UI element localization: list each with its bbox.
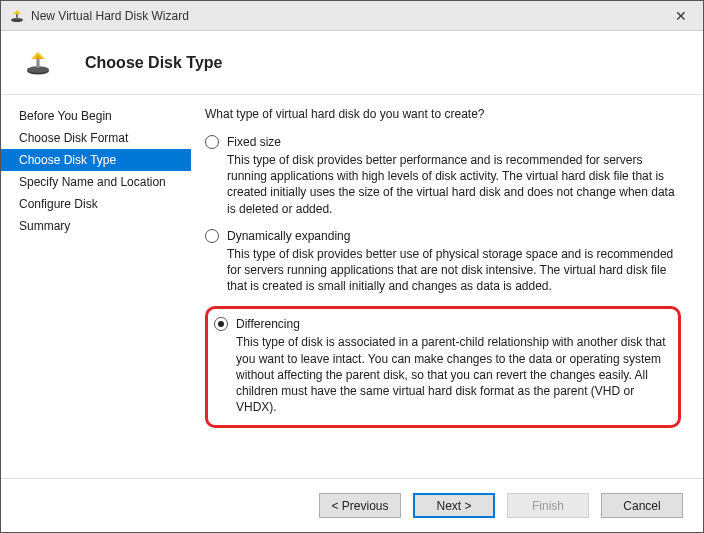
wizard-window: New Virtual Hard Disk Wizard ✕ Choose Di…: [0, 0, 704, 533]
titlebar: New Virtual Hard Disk Wizard ✕: [1, 1, 703, 31]
app-icon: [9, 8, 25, 24]
option-desc-differencing: This type of disk is associated in a par…: [214, 334, 668, 415]
highlighted-option: Differencing This type of disk is associ…: [205, 306, 681, 428]
close-icon: ✕: [675, 8, 687, 24]
wizard-footer: < Previous Next > Finish Cancel: [1, 478, 703, 532]
step-before-you-begin[interactable]: Before You Begin: [1, 105, 191, 127]
option-desc-fixed: This type of disk provides better perfor…: [205, 152, 681, 217]
step-choose-disk-format[interactable]: Choose Disk Format: [1, 127, 191, 149]
radio-fixed-size[interactable]: [205, 135, 219, 149]
cancel-button[interactable]: Cancel: [601, 493, 683, 518]
finish-button: Finish: [507, 493, 589, 518]
previous-button[interactable]: < Previous: [319, 493, 401, 518]
step-summary[interactable]: Summary: [1, 215, 191, 237]
svg-rect-1: [16, 14, 18, 19]
window-title: New Virtual Hard Disk Wizard: [31, 9, 659, 23]
next-button[interactable]: Next >: [413, 493, 495, 518]
option-dynamic[interactable]: Dynamically expanding This type of disk …: [205, 229, 681, 295]
close-button[interactable]: ✕: [659, 1, 703, 31]
step-configure-disk[interactable]: Configure Disk: [1, 193, 191, 215]
wizard-content: What type of virtual hard disk do you wa…: [191, 95, 703, 478]
wizard-body: Before You Begin Choose Disk Format Choo…: [1, 95, 703, 478]
option-desc-dynamic: This type of disk provides better use of…: [205, 246, 681, 295]
svg-rect-4: [37, 59, 40, 68]
content-prompt: What type of virtual hard disk do you wa…: [205, 107, 681, 121]
option-fixed-size[interactable]: Fixed size This type of disk provides be…: [205, 135, 681, 217]
option-label-dynamic: Dynamically expanding: [227, 229, 350, 243]
wizard-header-icon: [25, 50, 51, 76]
step-choose-disk-type[interactable]: Choose Disk Type: [1, 149, 191, 171]
option-label-differencing: Differencing: [236, 317, 300, 331]
radio-dynamic[interactable]: [205, 229, 219, 243]
option-label-fixed: Fixed size: [227, 135, 281, 149]
wizard-header: Choose Disk Type: [1, 31, 703, 95]
step-specify-name-location[interactable]: Specify Name and Location: [1, 171, 191, 193]
option-differencing[interactable]: Differencing This type of disk is associ…: [214, 317, 668, 415]
radio-differencing[interactable]: [214, 317, 228, 331]
steps-sidebar: Before You Begin Choose Disk Format Choo…: [1, 95, 191, 478]
page-title: Choose Disk Type: [85, 54, 223, 72]
